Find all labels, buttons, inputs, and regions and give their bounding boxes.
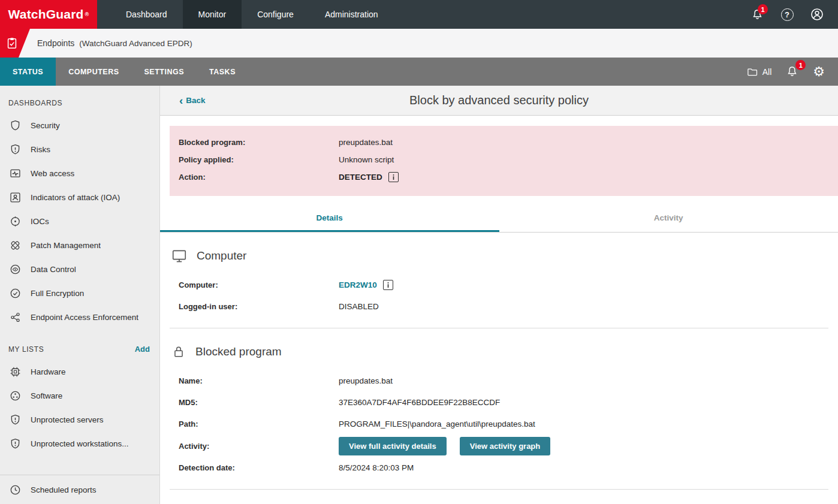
sidebar-item-label: Hardware	[31, 367, 66, 376]
view-full-activity-details-button[interactable]: View full activity details	[339, 437, 447, 455]
nav-administration[interactable]: Administration	[309, 0, 394, 29]
activity-buttons: View full activity details View activity…	[339, 437, 828, 455]
sidebar-bottom: Scheduled reports	[0, 475, 159, 504]
sidebar-item-label: Unprotected servers	[31, 415, 104, 424]
tab-details[interactable]: Details	[160, 205, 499, 232]
data-control-eye-icon	[8, 262, 22, 276]
md5-value: 37E360A7DF4AF4F6BDDEE9F22B8ECCDF	[339, 398, 828, 407]
sidebar-item-risks[interactable]: Risks	[0, 137, 159, 161]
shield-icon	[8, 119, 22, 132]
tab-details-label: Details	[316, 213, 343, 222]
sidebar-item-label: Risks	[31, 145, 50, 154]
tab-computers[interactable]: COMPUTERS	[56, 58, 131, 86]
sidebar-item-iocs[interactable]: IOCs	[0, 209, 159, 233]
nav-configure-label: Configure	[257, 10, 294, 19]
top-bar: WatchGuard® Dashboard Monitor Configure …	[0, 0, 838, 29]
computer-section: Computer Computer: EDR2W10 Logged-in use…	[160, 248, 838, 315]
sidebar-item-full-encryption[interactable]: Full Encryption	[0, 281, 159, 305]
tab-tasks[interactable]: TASKS	[197, 58, 248, 86]
notifications-bell-icon[interactable]: 1	[742, 0, 772, 29]
action-value: DETECTED	[339, 172, 838, 182]
help-icon[interactable]: ?	[772, 0, 802, 29]
nav-dashboard-label: Dashboard	[126, 10, 167, 19]
view-activity-graph-button[interactable]: View activity graph	[460, 437, 551, 455]
help-glyph: ?	[781, 8, 794, 21]
nav-administration-label: Administration	[325, 10, 378, 19]
logo-text: WatchGuard	[8, 7, 84, 22]
action-status-text: DETECTED	[339, 173, 382, 182]
back-button[interactable]: ‹ Back	[179, 95, 206, 106]
logged-in-user-row: Logged-in user: DISABLED	[170, 298, 828, 315]
computer-name-link[interactable]: EDR2W10	[339, 280, 377, 289]
sidebar-item-security[interactable]: Security	[0, 113, 159, 137]
path-row: Path: PROGRAM_FILES|\pandora_agent\util\…	[170, 415, 828, 433]
group-filter-label: All	[762, 67, 772, 77]
computer-section-title: Computer	[171, 248, 828, 264]
sidebar-item-label: Web access	[31, 169, 74, 178]
settings-gear-icon[interactable]: ⚙	[808, 58, 830, 86]
alert-shield-icon	[8, 437, 22, 450]
nav-dashboard[interactable]: Dashboard	[110, 0, 183, 29]
md5-label: MD5:	[179, 398, 339, 407]
network-nodes-icon	[8, 310, 22, 324]
breadcrumb-bar: Endpoints (WatchGuard Advanced EPDR)	[0, 29, 838, 58]
sidebar-item-data-control[interactable]: Data Control	[0, 257, 159, 281]
alert-shield-icon	[8, 143, 22, 156]
add-list-link[interactable]: Add	[135, 345, 150, 354]
sidebar-item-ioa[interactable]: Indicators of attack (IOA)	[0, 185, 159, 209]
sidebar-item-scheduled-reports[interactable]: Scheduled reports	[0, 478, 159, 502]
section-divider	[170, 489, 828, 490]
sidebar-item-label: Indicators of attack (IOA)	[31, 193, 120, 202]
sidebar-item-endpoint-access-enforcement[interactable]: Endpoint Access Enforcement	[0, 305, 159, 329]
computer-section-title-text: Computer	[197, 249, 246, 262]
detail-scroll-area: Blocked program: preupdates.bat Policy a…	[160, 116, 838, 504]
sidebar-item-unprotected-workstations[interactable]: Unprotected workstations...	[0, 431, 159, 455]
page-title: Block by advanced security policy	[160, 93, 838, 107]
activity-row: Activity: View full activity details Vie…	[170, 437, 828, 455]
detection-date-label: Detection date:	[179, 463, 339, 472]
alert-row-action: Action: DETECTED	[179, 168, 838, 186]
tab-settings[interactable]: SETTINGS	[132, 58, 197, 86]
sidebar-item-software[interactable]: Software	[0, 384, 159, 408]
blocked-program-label: Blocked program:	[179, 138, 339, 147]
tab-status[interactable]: STATUS	[0, 58, 56, 86]
logged-in-user-value: DISABLED	[339, 302, 828, 311]
sidebar-item-label: Security	[31, 121, 60, 130]
console-notification-badge: 1	[795, 60, 806, 70]
my-lists-header: MY LISTS Add	[0, 337, 159, 360]
sidebar-item-label: IOCs	[31, 217, 49, 226]
tab-settings-label: SETTINGS	[144, 68, 185, 76]
tab-tasks-label: TASKS	[209, 68, 236, 76]
sidebar: DASHBOARDS Security Risks Web access Ind…	[0, 86, 160, 504]
account-icon[interactable]	[802, 0, 832, 29]
sidebar-item-unprotected-servers[interactable]: Unprotected servers	[0, 408, 159, 431]
body-row: DASHBOARDS Security Risks Web access Ind…	[0, 86, 838, 504]
info-icon[interactable]	[388, 172, 399, 182]
group-filter-all[interactable]: All	[741, 58, 777, 86]
md5-row: MD5: 37E360A7DF4AF4F6BDDEE9F22B8ECCDF	[170, 394, 828, 411]
console-notifications-bell-icon[interactable]: 1	[781, 58, 803, 86]
path-label: Path:	[179, 420, 339, 428]
attack-indicators-icon	[8, 191, 22, 204]
encryption-icon	[8, 286, 22, 300]
alert-shield-icon	[8, 413, 22, 426]
blocked-program-section-title-text: Blocked program	[195, 345, 282, 358]
computer-label: Computer:	[179, 280, 339, 289]
sidebar-item-label: Data Control	[31, 265, 76, 274]
tab-status-label: STATUS	[13, 68, 43, 76]
sidebar-item-patch-management[interactable]: Patch Management	[0, 233, 159, 257]
breadcrumb-title: Endpoints	[37, 38, 74, 48]
blocked-program-value: preupdates.bat	[339, 138, 838, 147]
sidebar-item-web-access[interactable]: Web access	[0, 161, 159, 185]
alert-row-blocked-program: Blocked program: preupdates.bat	[179, 134, 838, 151]
sidebar-item-label: Endpoint Access Enforcement	[31, 313, 138, 322]
watchguard-epdr-console: WatchGuard® Dashboard Monitor Configure …	[0, 0, 838, 504]
back-label: Back	[186, 96, 205, 105]
nav-monitor[interactable]: Monitor	[183, 0, 242, 29]
sidebar-item-label: Software	[31, 391, 62, 400]
nav-configure[interactable]: Configure	[242, 0, 309, 29]
sidebar-item-hardware[interactable]: Hardware	[0, 360, 159, 384]
monitor-icon	[171, 248, 188, 264]
info-icon[interactable]	[383, 280, 393, 290]
tab-activity[interactable]: Activity	[499, 205, 838, 232]
